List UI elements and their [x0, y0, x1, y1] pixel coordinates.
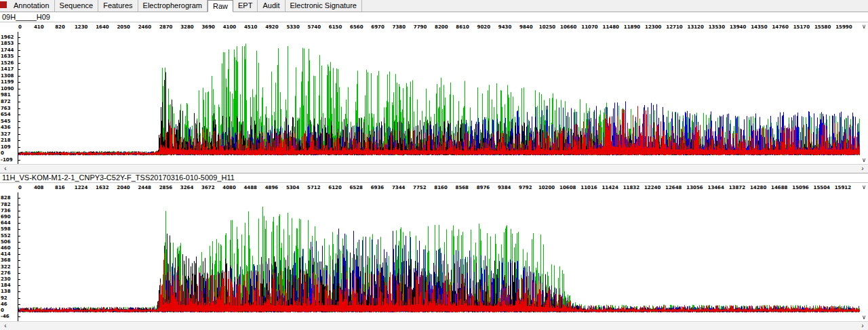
scroll-left-button[interactable]: ‹: [0, 322, 11, 330]
axis-corner: [0, 183, 18, 192]
x-tick-label: 9430: [498, 24, 511, 30]
scroll-right-button[interactable]: ›: [857, 165, 868, 173]
scroll-up-button[interactable]: ∨: [860, 183, 868, 192]
raw-trace-chart-2: 0408816122416322040244828563264367240804…: [0, 183, 868, 330]
y-tick-label: 1090: [1, 86, 14, 91]
x-tick-label: 2856: [159, 185, 172, 190]
x-tick-label: 408: [34, 185, 44, 190]
x-tick-label: 8610: [456, 24, 469, 30]
y-axis-labels: 1962185317441635152614171308119910909818…: [0, 32, 18, 164]
scrollbar-track[interactable]: [11, 322, 857, 330]
x-tick-label: 11424: [601, 185, 618, 190]
y-tick-label: 1308: [1, 73, 14, 79]
x-tick-label: 8160: [434, 185, 447, 190]
x-tick-label: 6150: [329, 24, 342, 30]
trace-canvas[interactable]: [18, 32, 860, 164]
x-tick-label: 15580: [814, 24, 831, 30]
horizontal-scrollbar[interactable]: ‹ ›: [0, 164, 868, 173]
horizontal-scrollbar[interactable]: ‹ ›: [0, 321, 868, 330]
y-tick-label: 414: [1, 251, 11, 257]
trace-panel-2: 11H_VS-KOM-M1-2-1_CNPY3-C52Y-F_TSS201703…: [0, 173, 868, 330]
y-tick-label: 460: [1, 245, 11, 251]
vertical-scrollbar[interactable]: ∨: [860, 32, 868, 164]
x-tick-label: 13530: [709, 24, 725, 30]
y-tick-label: 545: [1, 119, 11, 124]
y-tick-label: 1635: [1, 54, 14, 59]
x-tick-label: 1640: [96, 24, 108, 30]
tab-annotation[interactable]: Annotation: [9, 0, 55, 12]
x-tick-label: 10660: [560, 24, 576, 30]
x-tick-label: 13940: [730, 24, 746, 30]
tab-features[interactable]: Features: [98, 0, 138, 12]
x-tick-label: 14688: [771, 185, 787, 190]
scrollbar-track[interactable]: [11, 165, 857, 173]
x-tick-label: 6560: [350, 24, 363, 30]
tab-electronic-signature[interactable]: Electronic Signature: [285, 0, 362, 12]
x-tick-label: 13056: [686, 185, 703, 190]
y-tick-label: 1417: [1, 66, 14, 72]
x-tick-label: 0: [18, 185, 22, 190]
scroll-left-button[interactable]: ‹: [0, 165, 11, 173]
y-tick-label: 230: [1, 276, 11, 282]
x-tick-label: 9020: [477, 24, 490, 30]
x-tick-label: 8200: [435, 24, 448, 30]
scroll-up-button[interactable]: ∨: [860, 22, 868, 32]
y-tick-label: 1962: [1, 35, 14, 40]
y-tick-label: 1744: [1, 47, 14, 53]
x-tick-label: 13120: [688, 24, 704, 30]
x-tick-label: 15096: [792, 185, 808, 190]
x-tick-label: 9840: [519, 24, 532, 30]
x-tick-label: 7380: [393, 24, 406, 30]
y-tick-label: 46: [1, 302, 7, 307]
scroll-down-button[interactable]: ∨: [860, 313, 868, 321]
x-tick-label: 3280: [180, 24, 193, 30]
x-tick-label: 5712: [307, 185, 320, 190]
x-axis-ruler: 0410820123016402050246028703280369041004…: [18, 22, 860, 32]
x-tick-label: 6936: [371, 185, 384, 190]
x-tick-label: 15170: [793, 24, 810, 30]
tab-sequence[interactable]: Sequence: [55, 0, 99, 12]
trace-title-1: 09H_____H09: [0, 12, 868, 22]
x-tick-label: 14760: [772, 24, 788, 30]
x-tick-label: 12240: [644, 185, 660, 190]
y-tick-label: 763: [1, 106, 11, 111]
x-tick-label: 5330: [286, 24, 299, 30]
y-tick-label: 138: [1, 289, 11, 294]
y-tick-label: 327: [1, 131, 11, 137]
x-tick-label: 14350: [751, 24, 767, 30]
x-tick-label: 10608: [559, 185, 576, 190]
y-tick-label: 782: [1, 202, 11, 207]
x-tick-label: 11016: [580, 185, 597, 190]
x-tick-label: 1224: [75, 185, 87, 190]
x-tick-label: 11480: [603, 24, 619, 30]
x-tick-label: 11832: [623, 185, 639, 190]
x-tick-label: 1632: [96, 185, 108, 190]
x-tick-label: 10200: [538, 185, 555, 190]
x-tick-label: 15912: [835, 185, 851, 190]
tab-audit[interactable]: Audit: [258, 0, 285, 12]
x-tick-label: 12648: [665, 185, 682, 190]
trace-canvas[interactable]: [18, 192, 860, 321]
tab-raw[interactable]: Raw: [208, 0, 233, 12]
y-tick-label: 1853: [1, 41, 14, 46]
vertical-scrollbar[interactable]: ∨: [860, 192, 868, 321]
y-tick-label: 0: [1, 308, 4, 313]
y-tick-label: 1526: [1, 60, 14, 66]
tab-electropherogram[interactable]: Electropherogram: [138, 0, 208, 12]
x-tick-label: 4920: [265, 24, 278, 30]
x-tick-label: 4488: [243, 185, 256, 190]
x-tick-label: 3264: [180, 185, 193, 190]
x-axis-ruler: 0408816122416322040244828563264367240804…: [18, 183, 860, 192]
x-tick-label: 11890: [624, 24, 640, 30]
x-tick-label: 12710: [666, 24, 682, 30]
scroll-down-button[interactable]: ∨: [860, 156, 868, 164]
x-tick-label: 0: [18, 24, 22, 30]
tab-bar: AnnotationSequenceFeaturesElectropherogr…: [0, 0, 868, 12]
x-tick-label: 6970: [371, 24, 384, 30]
x-tick-label: 3690: [201, 24, 214, 30]
scroll-right-button[interactable]: ›: [857, 322, 868, 330]
tab-ept[interactable]: EPT: [233, 0, 258, 12]
y-tick-label: -46: [1, 314, 9, 319]
x-tick-label: 5740: [308, 24, 321, 30]
y-tick-label: 872: [1, 99, 11, 104]
